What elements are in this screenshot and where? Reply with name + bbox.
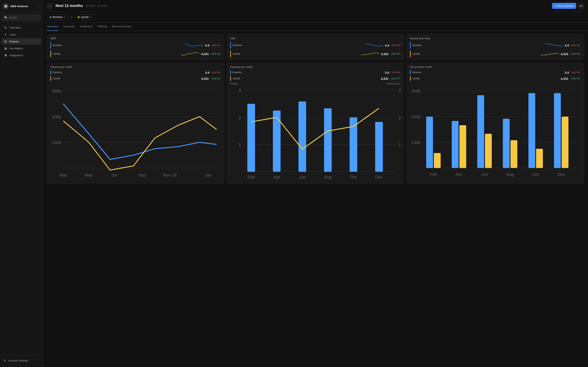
baseline-bar (230, 70, 231, 75)
upside-chevron-icon: ▾ (90, 16, 91, 18)
burn-baseline-label: Baseline (412, 44, 543, 47)
expenses-baseline-label: Baseline (233, 71, 383, 74)
content-area: MRR Baseline 3.4 -11% YoY Upside (43, 31, 588, 367)
sidebar-item-integrations[interactable]: ⚡ Integrations (2, 52, 41, 58)
tab-expenses[interactable]: Expenses (63, 22, 75, 31)
tab-offering[interactable]: Offering (98, 22, 107, 31)
arr-baseline-value: 3.4 (385, 44, 389, 47)
revenue-baseline-value: 3.4 (205, 71, 209, 74)
svg-text:Feb: Feb (430, 172, 437, 176)
svg-rect-47 (485, 134, 492, 168)
mrr-upside-pct: +12% YoY (210, 53, 221, 55)
mrr-baseline-pct: -11% YoY (211, 44, 221, 47)
burn-baseline-value: 3.4 (565, 44, 569, 47)
svg-rect-53 (562, 117, 568, 168)
burn-rate-title: Monthly Burn Rate (410, 37, 580, 40)
ratings-label: Ratings (230, 82, 238, 85)
upside-bar (230, 76, 231, 81)
svg-text:Dec: Dec (375, 174, 383, 180)
net-profit-chart-area: 300k 200k 100k (410, 82, 580, 181)
arr-upside-value: 4,331 (381, 52, 389, 56)
company-name: 1863 Ventures (10, 5, 28, 8)
key-metrics-icon: ▦ (4, 47, 7, 50)
svg-text:300k: 300k (52, 89, 61, 93)
back-button[interactable]: ‹ (47, 3, 53, 9)
baseline-bar (51, 70, 51, 75)
account-settings[interactable]: ⚙ Account Settings (2, 358, 41, 364)
svg-rect-49 (511, 140, 517, 168)
arr-card: ARR Baseline 3.4 -11% YoY Upside (227, 34, 404, 60)
sidebar-item-label: Integrations (9, 54, 23, 57)
mrr-upside-row: Upside 4,331 +12% YoY (51, 50, 221, 57)
burn-baseline-row: Baseline 3.4 -11% YoY (410, 42, 580, 49)
revenue-baseline-label: Baseline (53, 71, 203, 74)
upside-selector[interactable]: Upside ▾ (75, 14, 94, 20)
revenue-baseline-row: Baseline 3.4 -11% YoY (51, 70, 221, 75)
sidebar-item-overview[interactable]: ⊞ Overview (2, 24, 41, 31)
baseline-indicator (410, 42, 411, 49)
baseline-indicator (230, 42, 231, 49)
net-profit-baseline-label: Baseline (412, 71, 563, 74)
svg-rect-52 (554, 93, 561, 168)
sidebar-nav: ⊞ Overview ✦ Learn ⊡ Finance ▦ Key Metri… (0, 23, 43, 60)
baseline-selector[interactable]: Baseline ▾ (47, 14, 68, 20)
svg-text:Aug: Aug (324, 174, 332, 180)
svg-text:Apr: Apr (456, 172, 462, 176)
svg-text:Jul: Jul (112, 173, 117, 177)
svg-rect-28 (375, 122, 383, 172)
tab-summary[interactable]: Summary (47, 22, 58, 31)
burn-upside-value: 4,331 (561, 52, 568, 56)
svg-text:Apr: Apr (273, 174, 280, 180)
revenue-card-title: Revenue per month (51, 66, 221, 68)
upside-indicator (51, 50, 51, 57)
sidebar-item-learn[interactable]: ✦ Learn (2, 31, 41, 38)
expenses-upside-pct: +12% YoY (390, 77, 401, 80)
tab-headcount[interactable]: Headcount (80, 22, 93, 31)
sidebar-item-key-metrics[interactable]: ▦ Key Metrics (2, 45, 41, 52)
svg-rect-45 (459, 125, 466, 168)
revenue-chart-header: Revenue per month Baseline 3.4 -11% YoY … (51, 66, 221, 81)
expenses-baseline-value: 3.4 (385, 71, 389, 74)
bottom-charts-row: Revenue per month Baseline 3.4 -11% YoY … (47, 63, 584, 184)
search-input[interactable] (9, 16, 38, 19)
topbar-right: + New scenario ••• (552, 3, 584, 9)
mrr-upside-chart (181, 51, 199, 57)
expenses-bar-chart: 3 2 1 300k 200k 100k (230, 86, 401, 181)
svg-rect-46 (477, 95, 484, 168)
expenses-upside-label: Upside (233, 77, 379, 80)
svg-text:300k: 300k (411, 89, 421, 93)
account-settings-label: Account Settings (8, 359, 28, 362)
sidebar-item-label: Key Metrics (9, 47, 23, 50)
mrr-upside-label: Upside (53, 52, 180, 55)
svg-text:Jun: Jun (299, 174, 306, 180)
svg-text:Sep: Sep (138, 173, 146, 177)
svg-rect-23 (247, 104, 255, 172)
arr-upside-pct: +12% YoY (390, 53, 401, 55)
baseline-chevron-icon: ▾ (64, 16, 65, 18)
new-scenario-button[interactable]: + New scenario (552, 3, 576, 9)
baseline-dot (50, 16, 51, 18)
expenses-chart-header: Expenses per month Baseline 3.4 -11% YoY… (230, 66, 401, 81)
expenses-chart-area: 3 2 1 300k 200k 100k (230, 86, 401, 181)
revenue-upside-row: Upside 4,331 +12% YoY (51, 76, 221, 81)
net-profit-baseline-row: Baseline 3.4 -11% YoY (410, 70, 580, 75)
svg-text:Dec: Dec (558, 172, 565, 176)
search-bar[interactable]: 🔍 (2, 15, 41, 21)
expenses-baseline-row: Baseline 3.4 -11% YoY (230, 70, 401, 75)
svg-text:1: 1 (238, 142, 241, 147)
revenue-line-chart: 300k 200k 100k Mar May Jul Sep Nov 19 J (51, 82, 221, 181)
baseline-label: Baseline (52, 16, 63, 18)
sidebar-item-finance[interactable]: ⊡ Finance (2, 38, 41, 45)
mrr-baseline-chart (185, 42, 203, 48)
net-profit-baseline-value: 3.4 (565, 71, 569, 74)
top-cards-row: MRR Baseline 3.4 -11% YoY Upside (47, 34, 584, 60)
upside-indicator (410, 50, 411, 57)
burn-upside-pct: +12% YoY (570, 53, 580, 55)
revenue-upside-pct: +12% YoY (210, 77, 221, 80)
more-options-button[interactable]: ••• (578, 3, 584, 9)
mrr-card: MRR Baseline 3.4 -11% YoY Upside (47, 34, 224, 60)
svg-rect-42 (426, 117, 433, 168)
revenue-baseline-pct: -11% YoY (211, 71, 221, 74)
mrr-title: MRR (51, 37, 221, 40)
tab-revenue-drivers[interactable]: Revenue Drivers (112, 22, 132, 31)
